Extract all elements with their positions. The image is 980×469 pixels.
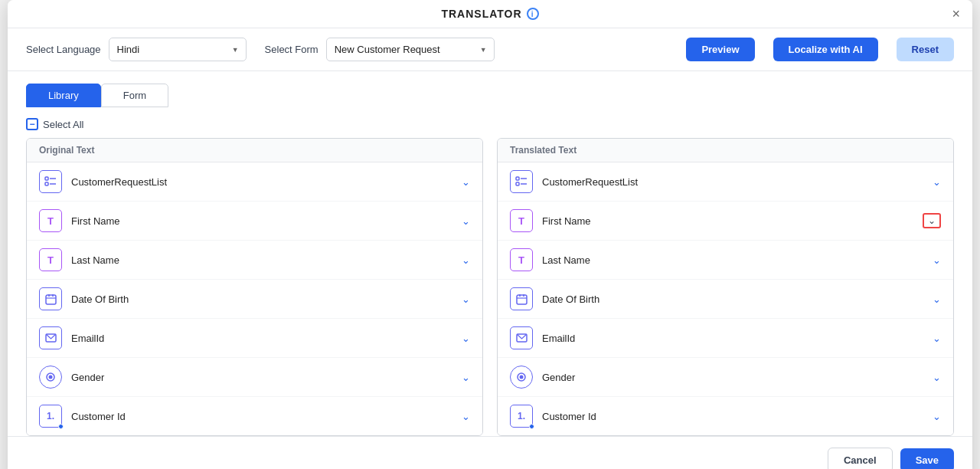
chevron-icon: ⌄ [933,411,941,422]
badge [529,424,534,429]
svg-rect-4 [46,295,56,304]
calendar-icon [39,287,62,310]
chevron-icon: ⌄ [933,372,941,383]
email-icon [39,326,62,349]
chevron-icon: ⌄ [462,372,470,383]
list-item[interactable]: CustomerRequestList ⌄ [498,162,953,202]
list-item[interactable]: CustomerRequestList ⌄ [27,162,482,202]
svg-rect-11 [516,177,519,180]
form-select[interactable]: New Customer Request [326,38,495,61]
toolbar: Select Language Hindi Select Form New Cu… [8,28,972,71]
list-item[interactable]: Gender ⌄ [498,358,953,397]
number-icon: 1. [510,405,533,428]
form-label: Select Form [265,44,318,55]
chevron-icon: ⌄ [933,254,941,266]
list-item[interactable]: T First Name ⌄ [498,202,953,241]
number-icon: 1. [39,405,62,428]
list-item[interactable]: 1. Customer Id ⌄ [27,397,482,435]
content-area: Library Form Select All Original Text [8,71,972,436]
calendar-icon [510,287,533,310]
cancel-button[interactable]: Cancel [828,448,893,469]
active-chevron-icon[interactable]: ⌄ [923,213,941,228]
item-label: Customer Id [71,411,462,422]
svg-point-21 [520,376,524,379]
chevron-icon: ⌄ [462,215,470,227]
form-select-wrapper: New Customer Request [326,38,495,61]
panels: Original Text CustomerRequestList [26,138,954,436]
original-panel-header: Original Text [27,139,482,162]
chevron-icon: ⌄ [462,176,470,188]
chevron-icon: ⌄ [462,254,470,266]
email-icon [510,326,533,349]
tab-form[interactable]: Form [101,84,168,107]
text-icon: T [510,209,533,232]
item-label: EmailId [71,333,462,344]
item-label: CustomerRequestList [542,176,933,188]
language-group: Select Language Hindi [26,38,247,61]
list-item[interactable]: Gender ⌄ [27,358,482,397]
list-item[interactable]: 1. Customer Id ⌄ [498,397,953,435]
chevron-icon: ⌄ [933,176,941,188]
localize-button[interactable]: Localize with AI [773,38,878,61]
badge [58,424,64,429]
list-item[interactable]: Date Of Birth ⌄ [498,280,953,319]
save-button[interactable]: Save [900,448,954,469]
text-icon: T [510,248,533,271]
list-icon [510,170,533,193]
language-select[interactable]: Hindi [109,38,247,61]
chevron-icon: ⌄ [933,333,941,344]
item-label: Date Of Birth [71,294,462,305]
item-label: First Name [542,215,923,227]
list-item[interactable]: EmailId ⌄ [498,319,953,358]
item-label: First Name [71,215,462,227]
translated-panel-header: Translated Text [498,139,953,162]
item-label: CustomerRequestList [71,176,462,188]
tab-library[interactable]: Library [26,84,101,107]
item-label: Date Of Birth [542,294,933,305]
language-select-wrapper: Hindi [109,38,247,61]
svg-rect-12 [516,182,519,185]
translator-modal: TRANSLATOR i × Select Language Hindi Sel… [8,0,972,469]
select-all-row: Select All [26,118,954,130]
modal-title: TRANSLATOR i [441,8,538,20]
text-icon: T [39,209,62,232]
info-icon[interactable]: i [527,8,539,20]
text-icon: T [39,248,62,271]
form-group: Select Form New Customer Request [265,38,495,61]
list-item[interactable]: T Last Name ⌄ [498,241,953,280]
close-button[interactable]: × [952,7,960,21]
radio-icon [510,366,533,389]
deselect-all-icon[interactable] [26,118,38,130]
modal-header: TRANSLATOR i × [8,0,972,28]
list-item[interactable]: EmailId ⌄ [27,319,482,358]
original-text-panel: Original Text CustomerRequestList [26,138,483,436]
title-text: TRANSLATOR [441,8,521,20]
chevron-icon: ⌄ [462,294,470,305]
chevron-icon: ⌄ [933,294,941,305]
item-label: Gender [542,372,933,383]
chevron-icon: ⌄ [462,333,470,344]
list-item[interactable]: T First Name ⌄ [27,202,482,241]
preview-button[interactable]: Preview [686,38,754,61]
svg-point-10 [49,376,53,379]
item-label: Gender [71,372,462,383]
chevron-icon: ⌄ [462,411,470,422]
svg-rect-1 [45,182,48,185]
tabs: Library Form [26,84,954,107]
svg-rect-15 [517,295,527,304]
reset-button[interactable]: Reset [897,38,954,61]
select-all-label: Select All [43,119,83,130]
item-label: EmailId [542,333,933,344]
list-item[interactable]: T Last Name ⌄ [27,241,482,280]
radio-icon [39,366,62,389]
translated-text-panel: Translated Text CustomerRequestList [497,138,954,436]
modal-footer: Cancel Save [8,436,972,469]
item-label: Last Name [71,254,462,266]
list-item[interactable]: Date Of Birth ⌄ [27,280,482,319]
translated-panel-list: CustomerRequestList ⌄ T First Name ⌄ T [498,162,953,435]
svg-rect-0 [45,177,48,180]
original-panel-list: CustomerRequestList ⌄ T First Name ⌄ T [27,162,482,435]
item-label: Last Name [542,254,933,266]
list-icon [39,170,62,193]
item-label: Customer Id [542,411,933,422]
